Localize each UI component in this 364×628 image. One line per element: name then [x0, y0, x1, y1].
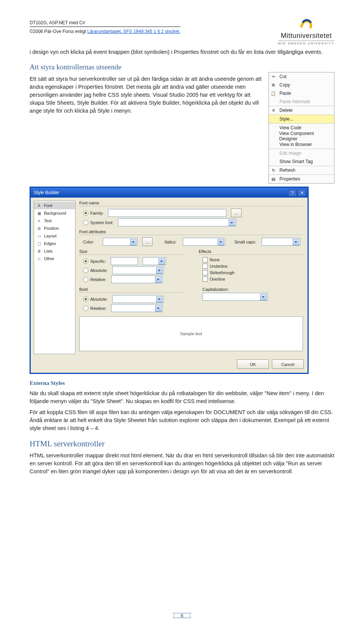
intro-paragraph: i design vyn och klicka på event knappen…: [30, 48, 334, 56]
family-input[interactable]: [108, 209, 226, 217]
html-server-body: HTML serverkontroller mappar direkt mot …: [30, 452, 334, 476]
section-effects: Effects: [199, 249, 303, 254]
radio-bold-relative[interactable]: [83, 306, 88, 311]
logo-swirl-icon: [300, 17, 313, 30]
heading-html-server: HTML serverkontroller: [30, 439, 334, 449]
chk-strike[interactable]: [202, 270, 208, 275]
radio-size-relative[interactable]: [83, 277, 88, 282]
help-button[interactable]: ?: [288, 189, 297, 196]
ctx-item-copy[interactable]: ⧉Copy: [269, 81, 334, 89]
logo-sub: MID SWEDEN UNIVERSITY: [278, 41, 334, 45]
ctx-item-properties[interactable]: ▤Properties: [269, 174, 334, 183]
header-rule: [30, 27, 180, 27]
lists-icon: ≣: [36, 248, 42, 254]
layout-icon: ▭: [36, 233, 42, 239]
section-bold: Bold: [79, 287, 184, 292]
nav-other[interactable]: ◇Other: [34, 255, 75, 262]
radio-size-absolute[interactable]: [83, 268, 88, 273]
preview-box: Sample text: [79, 316, 303, 351]
styra-body: Ett sätt att styra hur serverkontroller …: [30, 75, 265, 115]
nav-text[interactable]: ≡Text: [34, 217, 75, 225]
page-header: DT102G, ASP.NET med C# ©2006 Pär-Ove For…: [30, 20, 334, 45]
nav-lists[interactable]: ≣Lists: [34, 247, 75, 255]
nav-position[interactable]: ⊞Position: [34, 225, 75, 232]
law-link[interactable]: Lärarundantaget, SFS 1949:345 1 § 2 styc…: [87, 29, 180, 34]
close-button[interactable]: ✕: [298, 189, 306, 196]
radio-system-font[interactable]: [83, 220, 88, 225]
chk-none[interactable]: [202, 257, 208, 262]
ctx-item-view-component-designer[interactable]: View Component Designer: [269, 132, 334, 140]
heading-externa: Externa Styles: [30, 380, 334, 386]
italics-select[interactable]: [183, 238, 225, 246]
externa-p2: För att koppla CSS filen till aspx filen…: [30, 408, 334, 432]
background-icon: ▦: [36, 210, 42, 216]
ctx-item-refresh[interactable]: ↻Refresh: [269, 166, 334, 174]
radio-size-specific[interactable]: [83, 259, 88, 264]
family-browse-button[interactable]: ...: [231, 209, 241, 217]
context-menu: ✂Cut⧉Copy📋PastePaste Alternate✕DeleteSty…: [268, 72, 334, 184]
blank-icon: [270, 150, 276, 156]
dialog-titlebar: Style Builder ? ✕: [31, 188, 308, 198]
course-code: DT102G, ASP.NET med C#: [30, 20, 180, 26]
text-icon: ≡: [36, 218, 42, 223]
ctx-item-paste[interactable]: 📋Paste: [269, 89, 334, 97]
blank-icon: [270, 125, 276, 131]
bold-absolute-select[interactable]: [112, 295, 164, 303]
size-specific-input[interactable]: [111, 257, 138, 265]
blank-icon: [270, 99, 276, 105]
blank-icon: [270, 116, 276, 122]
page-number: 6: [180, 613, 183, 619]
props-icon: ▤: [270, 176, 276, 182]
ctx-item-edit-image: Edit Image: [269, 149, 334, 157]
ctx-item-show-smart-tag[interactable]: Show Smart Tag: [269, 157, 334, 166]
nav-edges[interactable]: ▢Edges: [34, 240, 75, 247]
radio-bold-absolute[interactable]: [83, 297, 88, 302]
ctx-item-view-in-browser[interactable]: View in Browser: [269, 140, 334, 149]
blank-icon: [270, 141, 276, 148]
page-number-ribbon: 6: [0, 611, 364, 620]
color-browse-button[interactable]: ...: [142, 237, 152, 246]
radio-family[interactable]: [83, 210, 88, 216]
smallcaps-select[interactable]: [262, 238, 300, 246]
logo-name: Mittuniversitetet: [281, 32, 332, 40]
refresh-icon: ↻: [270, 167, 276, 173]
university-logo: Mittuniversitetet MID SWEDEN UNIVERSITY: [278, 17, 334, 45]
bold-relative-select[interactable]: [111, 304, 163, 312]
copy-icon: ⧉: [270, 82, 276, 88]
externa-p1: När du skall skapa ett externt style she…: [30, 389, 334, 405]
ctx-item-style-[interactable]: Style...: [269, 115, 334, 123]
other-icon: ◇: [36, 256, 42, 261]
size-relative-select[interactable]: [111, 275, 163, 283]
style-builder-dialog: Style Builder ? ✕ AFont▦Background≡Text⊞…: [30, 187, 309, 374]
cancel-button[interactable]: Cancel: [272, 360, 304, 369]
position-icon: ⊞: [36, 226, 42, 231]
ok-button[interactable]: OK: [237, 360, 269, 369]
nav-font[interactable]: AFont: [34, 202, 75, 209]
size-unit-select[interactable]: [143, 257, 166, 265]
section-fontname: Font name: [79, 201, 303, 205]
cut-icon: ✂: [270, 74, 276, 80]
paste-icon: 📋: [270, 90, 276, 96]
copyright-line: ©2006 Pär-Ove Forss enligt Lärarundantag…: [30, 28, 180, 35]
ctx-item-delete[interactable]: ✕Delete: [269, 106, 334, 115]
blank-icon: [270, 159, 276, 165]
ctx-item-paste-alternate: Paste Alternate: [269, 97, 334, 106]
capitalization-select[interactable]: [202, 293, 268, 301]
ctx-item-cut[interactable]: ✂Cut: [269, 72, 334, 81]
chk-overline[interactable]: [202, 276, 208, 282]
font-icon: A: [36, 203, 42, 208]
nav-layout[interactable]: ▭Layout: [34, 232, 75, 240]
size-absolute-select[interactable]: [112, 266, 164, 274]
dialog-title: Style Builder: [34, 190, 59, 195]
blank-icon: [270, 133, 276, 139]
nav-background[interactable]: ▦Background: [34, 209, 75, 217]
chk-underline[interactable]: [202, 264, 208, 269]
heading-styra: Att styra kontrollernas utseende: [30, 63, 334, 71]
color-select[interactable]: [103, 238, 138, 246]
section-size: Size: [79, 249, 184, 254]
section-fontattr: Font attributes: [79, 229, 303, 234]
dialog-nav: AFont▦Background≡Text⊞Position▭Layout▢Ed…: [34, 201, 75, 354]
edges-icon: ▢: [36, 241, 42, 246]
delete-icon: ✕: [270, 107, 276, 113]
system-font-select[interactable]: [118, 218, 236, 226]
